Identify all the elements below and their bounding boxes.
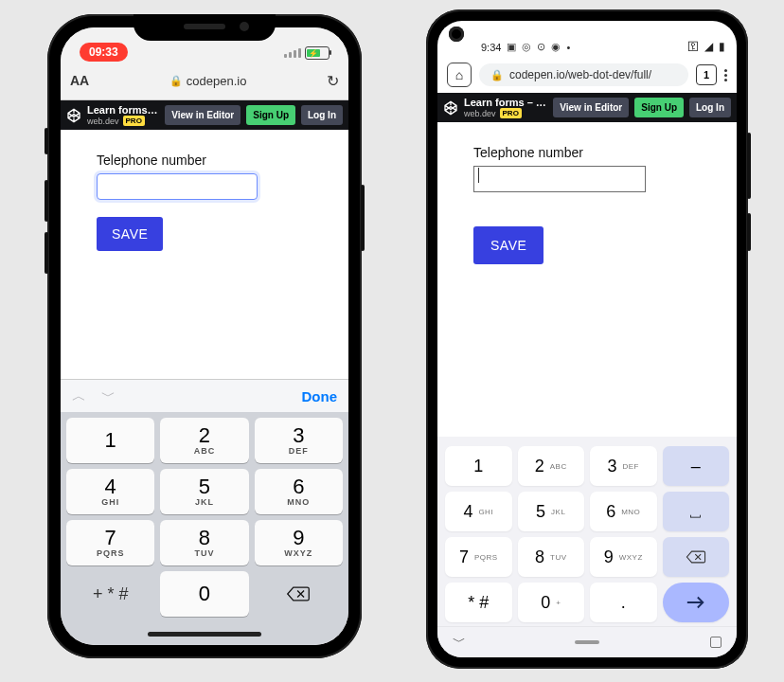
form-area: Telephone number SAVE: [437, 122, 737, 437]
status-more-icon: •: [566, 42, 570, 53]
key-8[interactable]: 8TUV: [160, 520, 248, 565]
android-frame: 9:34 ▣ ◎ ⊙ ◉ • ⚿ ◢ ▮ ⌂ 🔒 codepen.: [426, 9, 748, 669]
key-2[interactable]: 2ABC: [160, 418, 248, 463]
login-button[interactable]: Log In: [301, 105, 343, 125]
reload-button[interactable]: ↻: [327, 72, 339, 90]
key-1[interactable]: 1: [66, 418, 154, 463]
key-3[interactable]: 3DEF: [590, 446, 657, 486]
key-space[interactable]: ⎵: [663, 492, 730, 531]
android-numeric-keypad: 1 2ABC 3DEF – 4GHI 5JKL 6MNO ⎵ 7PQRS 8TU…: [437, 437, 737, 626]
chrome-menu-button[interactable]: [724, 69, 727, 81]
home-indicator[interactable]: [61, 622, 348, 645]
codepen-header: Learn forms – virt... web.dev PRO View i…: [437, 93, 737, 122]
android-status-bar: 9:34 ▣ ◎ ⊙ ◉ • ⚿ ◢ ▮: [437, 21, 737, 57]
key-9[interactable]: 9WXYZ: [590, 537, 657, 577]
key-dash[interactable]: –: [663, 446, 730, 486]
signup-button[interactable]: Sign Up: [246, 105, 295, 125]
key-3[interactable]: 3DEF: [255, 418, 343, 463]
key-7[interactable]: 7PQRS: [445, 537, 512, 577]
pen-author[interactable]: web.dev: [464, 109, 496, 118]
battery-icon: ▮: [719, 40, 725, 53]
next-field-button[interactable]: ﹀: [101, 387, 116, 405]
signal-strength-icon: [284, 48, 301, 58]
android-punch-hole-camera: [449, 27, 464, 42]
iphone-screen: 09:33 ⚡ AA 🔒 codepen.io ↻: [61, 27, 348, 645]
key-6[interactable]: 6MNO: [590, 492, 657, 531]
pro-badge: PRO: [500, 108, 522, 118]
key-1[interactable]: 1: [445, 446, 512, 486]
save-button[interactable]: SAVE: [473, 226, 543, 264]
key-star-hash[interactable]: * #: [445, 583, 512, 622]
key-symbols[interactable]: + * #: [66, 571, 154, 617]
login-button[interactable]: Log In: [689, 98, 731, 117]
signup-button[interactable]: Sign Up: [634, 98, 684, 117]
keyboard-done-button[interactable]: Done: [302, 388, 338, 404]
key-2[interactable]: 2ABC: [518, 446, 585, 486]
iphone-mute-switch: [45, 128, 48, 154]
key-backspace[interactable]: [663, 537, 730, 577]
key-9[interactable]: 9WXYZ: [255, 520, 343, 565]
text-cursor: [478, 168, 479, 183]
key-4[interactable]: 4GHI: [445, 492, 512, 531]
tel-input[interactable]: [97, 173, 258, 200]
address-field[interactable]: 🔒 codepen.io: [97, 74, 319, 88]
key-dot[interactable]: .: [590, 583, 657, 622]
key-go[interactable]: [663, 583, 730, 622]
android-nav-bar: ﹀: [437, 626, 737, 657]
codepen-logo-icon[interactable]: [66, 108, 81, 123]
keyboard-accessory-bar: ︿ ﹀ Done: [61, 379, 348, 412]
tab-switcher-button[interactable]: 1: [696, 64, 717, 85]
url-text: codepen.io/web-dot-dev/full/: [509, 68, 651, 81]
iphone-frame: 09:33 ⚡ AA 🔒 codepen.io ↻: [47, 14, 362, 658]
iphone-vol-down: [45, 232, 48, 274]
gesture-handle[interactable]: [575, 640, 599, 644]
iphone-power-button: [361, 185, 365, 251]
key-0[interactable]: 0: [160, 571, 248, 617]
key-5[interactable]: 5JKL: [160, 469, 248, 514]
key-6[interactable]: 6MNO: [255, 469, 343, 514]
iphone-vol-up: [45, 180, 48, 222]
key-0[interactable]: 0+: [518, 583, 585, 622]
ios-time-recording-pill[interactable]: 09:33: [80, 43, 128, 62]
pen-author[interactable]: web.dev: [87, 117, 119, 126]
view-in-editor-button[interactable]: View in Editor: [165, 105, 241, 125]
keyboard-switch-button[interactable]: [710, 637, 722, 648]
key-4[interactable]: 4GHI: [66, 469, 154, 514]
charging-bolt-icon: ⚡: [309, 49, 318, 58]
codepen-logo-icon[interactable]: [443, 100, 458, 116]
url-host: codepen.io: [187, 74, 247, 88]
key-8[interactable]: 8TUV: [518, 537, 585, 577]
status-icon: ◎: [522, 41, 531, 53]
pen-title[interactable]: Learn forms – virt...: [464, 97, 547, 108]
text-size-button[interactable]: AA: [70, 73, 89, 88]
prev-field-button[interactable]: ︿: [72, 387, 86, 405]
location-icon: ◉: [551, 41, 561, 53]
pro-badge: PRO: [123, 116, 145, 126]
chrome-url-bar: ⌂ 🔒 codepen.io/web-dot-dev/full/ 1: [437, 57, 737, 93]
lock-icon: 🔒: [490, 69, 504, 81]
android-screen: 9:34 ▣ ◎ ⊙ ◉ • ⚿ ◢ ▮ ⌂ 🔒 codepen.: [437, 21, 737, 657]
key-7[interactable]: 7PQRS: [66, 520, 154, 565]
key-5[interactable]: 5JKL: [518, 492, 585, 531]
pen-title[interactable]: Learn forms – virt...: [87, 104, 159, 116]
vpn-key-icon: ⚿: [687, 40, 699, 53]
save-button[interactable]: SAVE: [97, 217, 163, 251]
chrome-home-button[interactable]: ⌂: [447, 63, 472, 87]
android-time: 9:34: [481, 42, 501, 53]
ios-numeric-keypad: 1 2ABC 3DEF 4GHI 5JKL 6MNO 7PQRS 8TUV 9W…: [61, 412, 348, 622]
keyboard-hide-button[interactable]: ﹀: [453, 634, 466, 651]
iphone-notch: [134, 14, 276, 41]
safari-url-bar: AA 🔒 codepen.io ↻: [61, 62, 348, 100]
address-field[interactable]: 🔒 codepen.io/web-dot-dev/full/: [479, 63, 688, 86]
wifi-icon: ◢: [704, 40, 713, 53]
comparison-stage: 09:33 ⚡ AA 🔒 codepen.io ↻: [0, 0, 784, 682]
status-icon: ▣: [507, 41, 516, 53]
tel-label: Telephone number: [473, 145, 701, 160]
tel-label: Telephone number: [97, 153, 312, 168]
codepen-header: Learn forms – virt... web.dev PRO View i…: [61, 100, 348, 130]
lock-icon: 🔒: [169, 75, 183, 87]
view-in-editor-button[interactable]: View in Editor: [553, 98, 629, 117]
form-area: Telephone number SAVE: [61, 130, 348, 379]
tel-input[interactable]: [473, 166, 646, 192]
key-backspace[interactable]: [255, 571, 343, 617]
